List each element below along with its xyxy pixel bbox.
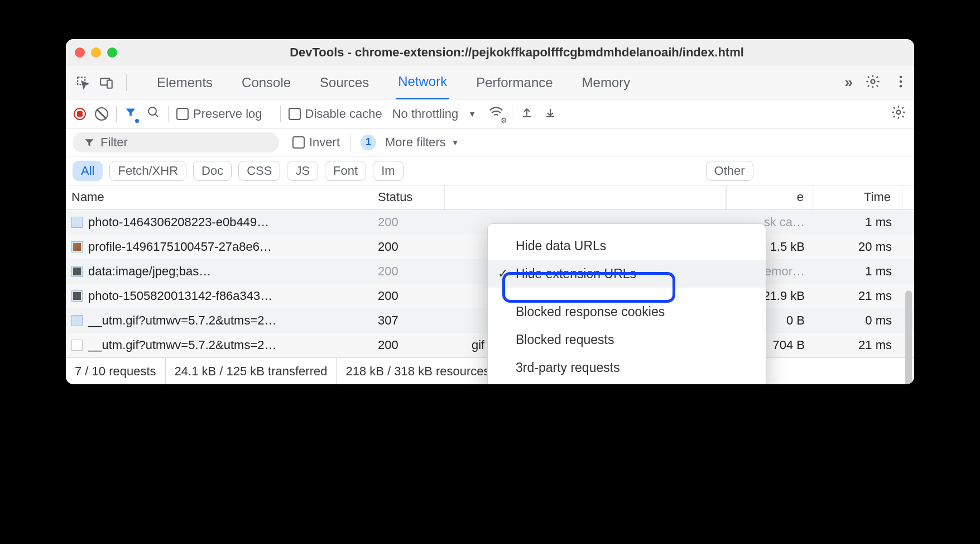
cell-time: 0 ms: [814, 313, 903, 328]
cell-time: 21 ms: [814, 289, 903, 303]
filter-blocked-response-cookies[interactable]: Blocked response cookies: [488, 298, 766, 326]
inspect-element-icon[interactable]: [71, 75, 95, 90]
device-toolbar-icon[interactable]: [95, 75, 118, 90]
file-type-icon: [71, 241, 83, 252]
throttling-select[interactable]: No throttling ▼: [392, 107, 476, 121]
record-button[interactable]: [74, 108, 86, 120]
filter-3rd-party-requests[interactable]: 3rd-party requests: [488, 354, 766, 381]
filter-blocked-requests[interactable]: Blocked requests: [488, 326, 766, 354]
col-scrollbar-spacer: [902, 185, 914, 209]
panel-tabs: Elements Console Sources Network Perform…: [66, 66, 914, 99]
col-status-header[interactable]: Status: [372, 185, 445, 209]
zoom-window-button[interactable]: [107, 47, 117, 58]
preserve-log-checkbox[interactable]: [176, 108, 189, 120]
cell-status: 200: [372, 264, 445, 279]
svg-point-4: [900, 75, 902, 78]
tab-elements[interactable]: Elements: [155, 66, 215, 99]
separator: [280, 106, 281, 122]
requests-count: 7 / 10 requests: [66, 358, 166, 384]
more-filters-label: More filters: [385, 135, 446, 150]
caret-down-icon: ▼: [468, 109, 476, 118]
chip-doc[interactable]: Doc: [193, 161, 232, 181]
network-settings-icon[interactable]: [891, 104, 906, 123]
separator: [512, 106, 512, 122]
cell-time: 21 ms: [814, 338, 903, 352]
invert-label: Invert: [309, 135, 340, 150]
request-name: profile-1496175100457-27a8e6…: [88, 240, 272, 254]
filter-hide-data-urls[interactable]: Hide data URLs: [488, 232, 766, 260]
chip-js[interactable]: JS: [287, 161, 318, 181]
clear-button[interactable]: [95, 107, 108, 121]
cell-name: profile-1496175100457-27a8e6…: [66, 240, 372, 254]
minimize-window-button[interactable]: [91, 47, 101, 58]
settings-icon[interactable]: [865, 74, 881, 92]
col-mid-header: [445, 185, 726, 209]
invert-checkbox[interactable]: [292, 136, 305, 149]
cell-status: 200: [372, 338, 445, 352]
filter-toggle-icon[interactable]: [124, 106, 137, 122]
throttling-value: No throttling: [392, 107, 459, 121]
chip-fetch-xhr[interactable]: Fetch/XHR: [109, 161, 186, 181]
separator: [116, 106, 117, 122]
popup-item-label: 3rd-party requests: [516, 360, 620, 375]
cell-status: 200: [372, 215, 445, 230]
request-name: photo-1464306208223-e0b449…: [88, 215, 269, 230]
chip-all[interactable]: All: [73, 161, 103, 181]
tab-network[interactable]: Network: [396, 66, 449, 99]
network-conditions-icon[interactable]: ⚙: [488, 107, 504, 121]
checkmark-icon: ✓: [498, 266, 508, 281]
network-toolbar: Preserve log Disable cache No throttling…: [66, 99, 914, 128]
request-name: __utm.gif?utmwv=5.7.2&utms=2…: [88, 338, 277, 352]
chip-other[interactable]: Other: [706, 161, 753, 181]
download-har-icon[interactable]: [544, 106, 557, 122]
svg-point-3: [871, 79, 875, 83]
tab-memory[interactable]: Memory: [580, 66, 633, 99]
close-window-button[interactable]: [75, 47, 85, 58]
request-name: photo-1505820013142-f86a343…: [88, 289, 272, 303]
upload-har-icon[interactable]: [520, 106, 534, 122]
more-filters-dropdown[interactable]: More filters ▼: [385, 135, 459, 150]
cell-status: 200: [372, 240, 445, 254]
filter-hide-extension-urls[interactable]: ✓ Hide extension URLs: [488, 260, 766, 288]
chip-css[interactable]: CSS: [238, 161, 280, 181]
col-size-header[interactable]: e: [726, 185, 813, 209]
cell-name: photo-1464306208223-e0b449…: [66, 215, 372, 230]
tab-performance[interactable]: Performance: [474, 66, 555, 99]
file-type-icon: [71, 217, 83, 228]
search-icon[interactable]: [147, 106, 160, 122]
filter-bar: Filter Invert 1 More filters ▼: [66, 128, 914, 156]
chip-img[interactable]: Im: [373, 161, 403, 181]
cell-name: photo-1505820013142-f86a343…: [66, 289, 372, 303]
table-header: Name Status e Time: [66, 185, 914, 210]
tab-sources[interactable]: Sources: [318, 66, 371, 99]
devtools-window: DevTools - chrome-extension://pejkokffka…: [66, 39, 914, 384]
svg-point-5: [900, 80, 902, 83]
svg-rect-2: [107, 80, 112, 88]
separator: [350, 134, 350, 151]
cell-name: __utm.gif?utmwv=5.7.2&utms=2…: [66, 338, 372, 352]
transferred-size: 24.1 kB / 125 kB transferred: [166, 358, 337, 384]
tab-console[interactable]: Console: [239, 66, 293, 99]
svg-point-7: [148, 107, 156, 115]
col-time-header[interactable]: Time: [813, 185, 902, 209]
filter-input[interactable]: Filter: [73, 132, 279, 152]
chip-font[interactable]: Font: [325, 161, 366, 181]
cell-type: gif: [472, 338, 484, 352]
cell-status: 307: [372, 313, 445, 328]
cell-time: 20 ms: [814, 240, 903, 254]
request-name: data:image/jpeg;bas…: [88, 264, 211, 279]
more-tabs-icon[interactable]: »: [845, 74, 853, 91]
cell-status: 200: [372, 289, 445, 303]
separator: [126, 74, 127, 91]
disable-cache-label: Disable cache: [305, 107, 382, 121]
svg-line-8: [155, 114, 158, 117]
col-name-header[interactable]: Name: [66, 185, 372, 209]
preserve-log-label: Preserve log: [193, 107, 262, 121]
scrollbar-thumb[interactable]: [905, 290, 912, 384]
panel-tabs-list: Elements Console Sources Network Perform…: [155, 66, 835, 99]
separator: [168, 106, 169, 122]
disable-cache-checkbox[interactable]: [289, 108, 301, 120]
kebab-menu-icon[interactable]: [893, 74, 909, 92]
more-filters-popup: Hide data URLs ✓ Hide extension URLs Blo…: [487, 223, 766, 384]
file-type-icon: [71, 315, 83, 326]
